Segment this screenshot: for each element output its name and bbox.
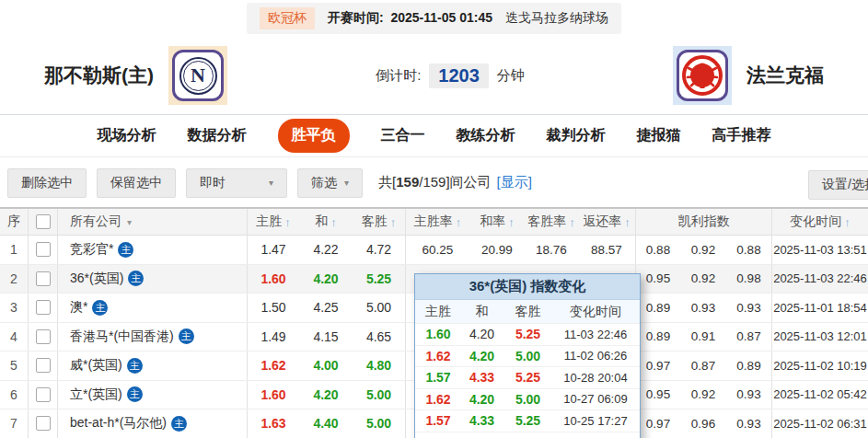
change-time: 2025-11-02 05:42	[771, 381, 868, 409]
header-draw-odds[interactable]: 和↑	[299, 209, 353, 235]
company-cell[interactable]: 36*(英国)主	[57, 265, 247, 294]
tab-jiebao-cat[interactable]: 捷报猫	[637, 126, 681, 145]
popup-header-time: 变化时间	[553, 304, 638, 320]
odds-table-header: 序 所有公司▾ 主胜↑ 和↑ 客胜↑ 主胜率↑ 和率↑ 客胜率↑ 返还率↑ 凯利…	[0, 207, 868, 236]
popup-odds-draw: 4.33	[461, 413, 503, 428]
tab-referee-analysis[interactable]: 裁判分析	[547, 126, 606, 145]
popup-odds-away: 5.00	[503, 349, 553, 363]
company-cell[interactable]: 威*(英国)主	[57, 352, 247, 380]
odds-draw[interactable]: 4.22	[299, 236, 353, 264]
tab-win-draw-lose[interactable]: 胜平负	[278, 119, 350, 153]
kelly-home: 0.95	[635, 265, 680, 294]
company-cell[interactable]: 竞彩官*主	[57, 236, 247, 264]
odds-draw[interactable]: 4.20	[299, 265, 353, 294]
company-cell[interactable]: 香港马*(中国香港)主	[57, 323, 247, 352]
home-badge-icon: 主	[179, 328, 194, 344]
home-badge-icon: 主	[118, 242, 133, 258]
popup-title: 36*(英国) 指数变化	[415, 274, 640, 300]
odds-draw[interactable]: 4.00	[299, 352, 353, 380]
odds-home[interactable]: 1.63	[247, 409, 299, 438]
row-seq: 2	[0, 265, 28, 294]
company-cell[interactable]: 澳*主	[57, 294, 247, 322]
company-cell[interactable]: 立*(英国)主	[57, 381, 247, 409]
odds-away[interactable]: 5.00	[353, 381, 405, 409]
header-change-time[interactable]: 变化时间↑	[771, 209, 868, 235]
row-checkbox[interactable]	[36, 387, 51, 402]
frankfurt-crest-icon	[677, 50, 728, 101]
row-checkbox-cell	[28, 409, 57, 438]
delete-selected-button[interactable]: 删除选中	[7, 168, 87, 198]
odds-home[interactable]: 1.62	[247, 352, 299, 380]
filter-dropdown[interactable]: 筛选▾	[297, 168, 363, 198]
odds-away[interactable]: 4.72	[353, 236, 405, 264]
settings-button[interactable]: 设置/选择	[808, 170, 868, 200]
tab-live-analysis[interactable]: 现场分析	[98, 126, 156, 145]
row-checkbox[interactable]	[36, 416, 51, 431]
row-seq: 4	[0, 323, 28, 352]
tab-coach-analysis[interactable]: 教练分析	[457, 126, 515, 145]
odds-away[interactable]: 4.65	[353, 323, 405, 352]
popup-row: 1.60 4.20 5.25 11-03 22:46	[415, 323, 640, 345]
countdown: 倒计时: 1203 分钟	[376, 63, 525, 88]
team-header: 那不勒斯(主) N 倒计时: 1203 分钟	[0, 37, 868, 115]
popup-odds-away: 5.25	[503, 327, 553, 341]
odds-away[interactable]: 4.80	[353, 352, 405, 380]
header-draw-rate[interactable]: 和率↑	[469, 209, 525, 235]
chevron-down-icon: ▾	[127, 217, 132, 227]
header-company[interactable]: 所有公司▾	[57, 209, 247, 235]
row-checkbox[interactable]	[36, 242, 51, 257]
header-away-odds[interactable]: 客胜↑	[353, 209, 405, 235]
odds-away[interactable]: 5.00	[353, 294, 405, 322]
kelly-home: 0.88	[635, 236, 680, 264]
odds-draw[interactable]: 4.20	[299, 381, 353, 409]
odds-draw[interactable]: 4.15	[299, 323, 353, 352]
away-team: 法兰克福	[673, 46, 824, 105]
change-time: 2025-11-03 13:51	[771, 236, 868, 264]
odds-home[interactable]: 1.50	[247, 294, 299, 322]
sort-arrow-icon: ↑	[624, 215, 631, 229]
odds-away[interactable]: 5.25	[353, 265, 405, 294]
row-checkbox[interactable]	[36, 329, 51, 344]
odds-change-popup: 36*(英国) 指数变化 主胜 和 客胜 变化时间 1.60 4.20 5.25…	[414, 273, 641, 438]
header-home-rate[interactable]: 主胜率↑	[405, 209, 469, 235]
row-checkbox[interactable]	[36, 358, 51, 373]
instant-dropdown[interactable]: 即时▾	[186, 168, 287, 198]
odds-draw[interactable]: 4.25	[299, 294, 353, 322]
popup-change-time: 11-03 22:46	[553, 328, 638, 341]
tab-data-analysis[interactable]: 数据分析	[188, 126, 247, 145]
odds-home[interactable]: 1.49	[247, 323, 299, 352]
row-seq: 7	[0, 409, 28, 438]
popup-odds-away: 5.25	[503, 370, 553, 385]
popup-odds-home: 1.62	[415, 392, 461, 407]
home-badge-icon: 主	[127, 386, 143, 402]
row-checkbox[interactable]	[36, 271, 51, 286]
kelly-draw: 0.92	[680, 265, 726, 294]
home-rate: 60.25	[405, 236, 469, 264]
show-link[interactable]: [显示]	[497, 174, 532, 191]
match-info-pill: 欧冠杯 开赛时间: 2025-11-05 01:45 迭戈马拉多纳球场	[247, 3, 621, 34]
tab-three-in-one[interactable]: 三合一	[381, 126, 425, 145]
header-home-odds[interactable]: 主胜↑	[247, 209, 299, 235]
kelly-draw: 0.87	[680, 352, 726, 380]
chevron-down-icon: ▾	[269, 178, 273, 188]
keep-selected-button[interactable]: 保留选中	[97, 168, 176, 198]
change-time: 2025-11-01 18:54	[771, 294, 868, 322]
return-rate: 88.57	[578, 236, 635, 264]
kelly-away: 0.89	[726, 352, 771, 380]
header-away-rate[interactable]: 客胜率↑	[525, 209, 578, 235]
select-all-checkbox[interactable]	[36, 214, 51, 229]
popup-row: 1.62 4.20 5.00 11-02 06:26	[415, 345, 640, 367]
odds-draw[interactable]: 4.40	[299, 409, 353, 438]
row-checkbox[interactable]	[36, 300, 51, 315]
kelly-away: 0.93	[726, 294, 771, 322]
header-return-rate[interactable]: 返还率↑	[578, 209, 635, 235]
odds-home[interactable]: 1.47	[247, 236, 299, 264]
odds-home[interactable]: 1.60	[247, 381, 299, 409]
table-row: 1 竞彩官*主 1.47 4.22 4.72 60.25 20.99 18.76…	[0, 236, 868, 265]
tab-expert-picks[interactable]: 高手推荐	[712, 126, 771, 145]
odds-away[interactable]: 5.00	[353, 409, 405, 438]
odds-comparison-page: 欧冠杯 开赛时间: 2025-11-05 01:45 迭戈马拉多纳球场 那不勒斯…	[0, 0, 868, 438]
popup-odds-home: 1.57	[415, 413, 461, 428]
odds-home[interactable]: 1.60	[247, 265, 299, 294]
company-cell[interactable]: bet-at-h*(马尔他)主	[57, 409, 247, 438]
